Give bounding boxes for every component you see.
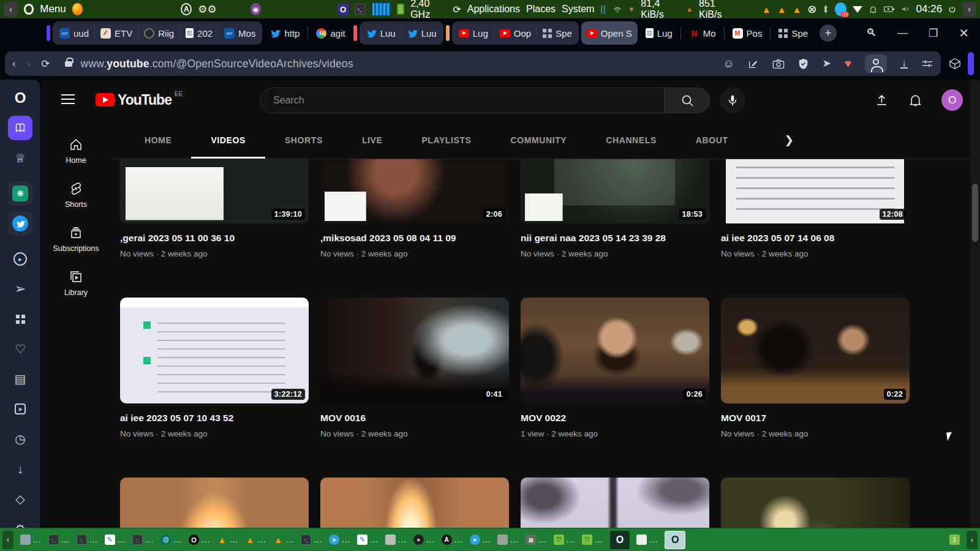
taskbar-window-button[interactable]: ↥ xyxy=(949,534,960,545)
notifications-bell-icon[interactable] xyxy=(869,4,878,15)
video-title[interactable]: MOV 0022 xyxy=(521,412,709,424)
notifications-bell-icon[interactable] xyxy=(908,92,923,108)
profile-button[interactable] xyxy=(865,54,887,73)
video-thumbnail[interactable]: 18:53 xyxy=(521,159,709,223)
video-thumbnail[interactable]: 3:22:12 xyxy=(120,298,309,403)
video-thumbnail[interactable]: 2:06 xyxy=(320,159,509,223)
tab-videos[interactable]: VIDEOS xyxy=(191,121,265,159)
tabs-overflow-chevron[interactable]: ❯ xyxy=(785,133,794,147)
applications-menu[interactable]: Applications xyxy=(467,4,520,15)
voice-search-button[interactable] xyxy=(720,88,745,113)
account-avatar[interactable]: O xyxy=(941,89,963,111)
favorites-heart-icon[interactable]: ♥ xyxy=(845,57,851,70)
tab-err-uudised[interactable]: erruud xyxy=(54,21,94,45)
upload-icon[interactable] xyxy=(874,92,889,108)
video-title[interactable]: MOV 0017 xyxy=(721,412,910,424)
tab-community[interactable]: COMMUNITY xyxy=(491,121,587,159)
tab-youtube[interactable]: Lug xyxy=(453,21,494,45)
opera-window-button[interactable]: O xyxy=(610,531,630,549)
battery-icon[interactable] xyxy=(884,5,895,13)
aria-book-button[interactable] xyxy=(8,116,32,140)
youtube-logo[interactable]: YouTube EE xyxy=(96,91,183,108)
distro-menu-icon[interactable] xyxy=(24,4,34,15)
close-button[interactable]: ✕ xyxy=(959,26,969,40)
tab-shorts[interactable]: SHORTS xyxy=(265,121,342,159)
taskbar-scroll-left[interactable]: ‹ xyxy=(2,531,13,549)
tab-youtube[interactable]: Oop xyxy=(494,21,537,45)
tab-err-mosaiik[interactable]: errMos xyxy=(219,21,261,45)
tab-gmail[interactable]: MPos xyxy=(727,21,768,45)
messenger-send-icon[interactable]: ➢ xyxy=(8,277,32,301)
tab-playlists[interactable]: PLAYLISTS xyxy=(402,121,491,159)
video-card[interactable]: 2:06 ,miksosad 2023 05 08 04 11 09 No vi… xyxy=(320,159,509,258)
news-card-icon[interactable]: ▤ xyxy=(8,367,32,391)
shield-icon[interactable] xyxy=(798,58,809,70)
tab-group-indicator[interactable] xyxy=(47,25,50,41)
sidebar-item-home[interactable]: Home xyxy=(42,137,110,165)
vlc-icon[interactable]: ▲ xyxy=(792,4,801,15)
send-to-device-icon[interactable]: ➤ xyxy=(822,57,831,70)
tab-home[interactable]: HOME xyxy=(125,121,191,159)
scrollbar-thumb[interactable] xyxy=(972,184,978,242)
tab-riigikogu[interactable]: Riig xyxy=(138,21,179,45)
tab-speed-dial[interactable]: Spe xyxy=(773,21,813,45)
taskbar-window-button[interactable]: ›_... xyxy=(77,534,98,545)
taskbar-window-button[interactable]: O... xyxy=(189,534,210,545)
taskbar-window-button[interactable]: ᗢ... xyxy=(554,534,575,545)
tab-twitter[interactable]: http xyxy=(265,21,305,45)
taskbar-window-button[interactable]: ▲... xyxy=(217,534,238,545)
tab-youtube-active[interactable]: Open S xyxy=(581,21,638,45)
video-thumbnail[interactable]: 1:39:10 xyxy=(120,159,309,223)
tab-channels[interactable]: CHANNELS xyxy=(586,121,676,159)
search-tool-icon[interactable]: A xyxy=(181,3,192,15)
tab-live[interactable]: LIVE xyxy=(342,121,402,159)
taskbar-window-button[interactable]: ›_... xyxy=(132,534,154,545)
vlc-icon[interactable]: ▲ xyxy=(777,4,786,15)
panel-collapse-right-button[interactable]: › xyxy=(962,2,976,17)
sidebar-item-shorts[interactable]: Shorts xyxy=(42,181,110,209)
video-title[interactable]: nii gerai naa 2023 05 14 23 39 28 xyxy=(521,232,709,244)
snapshot-camera-icon[interactable] xyxy=(772,59,785,69)
page-scrollbar[interactable] xyxy=(970,80,980,528)
video-thumbnail[interactable] xyxy=(721,478,910,528)
places-menu[interactable]: Places xyxy=(526,4,556,15)
video-thumbnail[interactable]: 12:08 xyxy=(721,159,910,223)
video-card[interactable]: 12:08 ai iee 2023 05 07 14 06 08 No view… xyxy=(721,159,910,258)
tab-document[interactable]: 202 xyxy=(180,21,218,45)
video-card[interactable]: 3:22:12 ai iee 2023 05 07 10 43 52 No vi… xyxy=(120,298,309,438)
taskbar-window-button[interactable]: ▲... xyxy=(273,534,295,545)
taskbar-window-button[interactable]: ... xyxy=(636,534,658,545)
tune-sliders-icon[interactable] xyxy=(921,58,933,69)
taskbar-window-button[interactable]: @... xyxy=(160,534,182,545)
lock-icon[interactable] xyxy=(65,61,72,67)
video-card[interactable] xyxy=(120,478,309,528)
guide-hamburger-button[interactable] xyxy=(61,94,75,104)
extensions-sidebar-icon[interactable]: ◇ xyxy=(8,487,32,511)
pinboard-icon[interactable] xyxy=(748,58,759,69)
taskbar-window-button[interactable]: ... xyxy=(497,534,519,545)
firefox-icon[interactable] xyxy=(72,3,83,15)
video-thumbnail[interactable] xyxy=(320,478,509,528)
extensions-cube-icon[interactable] xyxy=(948,57,962,70)
tab-speed-dial[interactable]: Spe xyxy=(537,21,578,45)
taskbar-window-button[interactable]: ✎... xyxy=(357,534,379,545)
refresh-icon[interactable]: ⟳ xyxy=(453,4,461,15)
video-card[interactable]: 0:41 MOV 0016 No views · 2 weeks ago xyxy=(320,298,509,438)
vlc-icon[interactable]: ▲ xyxy=(762,4,771,15)
search-field[interactable] xyxy=(260,88,665,113)
taskbar-window-button[interactable]: ➤... xyxy=(329,534,350,545)
panel-collapse-left-button[interactable]: ‹ xyxy=(4,2,18,17)
history-clock-icon[interactable]: ◷ xyxy=(8,427,32,451)
taskbar-window-button[interactable]: ᗢ... xyxy=(582,534,603,545)
video-title[interactable]: ai iee 2023 05 07 14 06 08 xyxy=(721,232,910,244)
video-card[interactable]: 1:39:10 ,gerai 2023 05 11 00 36 10 No vi… xyxy=(120,159,309,258)
bluetooth-icon[interactable] xyxy=(823,4,829,14)
volume-muted-icon[interactable] xyxy=(901,5,910,13)
video-thumbnail[interactable]: 0:22 xyxy=(721,298,910,403)
menu-button[interactable]: Menu xyxy=(40,3,66,15)
video-title[interactable]: ,miksosad 2023 05 08 04 11 09 xyxy=(320,232,509,244)
video-card[interactable]: 18:53 nii gerai naa 2023 05 14 23 39 28 … xyxy=(521,159,709,258)
cpu-frequency[interactable]: 2,40 GHz xyxy=(410,0,447,20)
search-input[interactable] xyxy=(272,94,639,107)
pinboard-sidebar-icon[interactable]: ➤ xyxy=(8,397,32,421)
